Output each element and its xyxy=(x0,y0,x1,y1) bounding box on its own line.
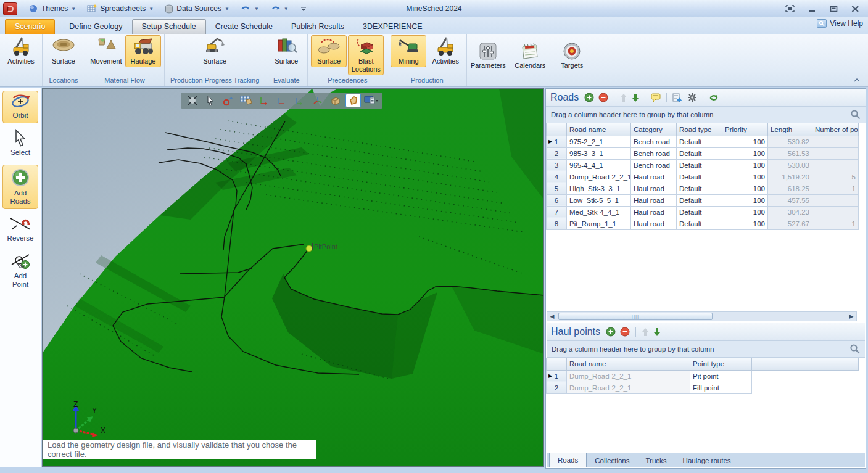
tab-trucks[interactable]: Trucks xyxy=(638,453,675,467)
remove-haul-point-button[interactable] xyxy=(620,327,630,337)
add-road-button[interactable] xyxy=(584,93,594,102)
restore-button[interactable] xyxy=(830,6,838,12)
surface-progress-button[interactable]: Surface xyxy=(197,35,233,67)
select-zoom-icon[interactable] xyxy=(202,94,218,107)
haul-points-search-icon[interactable] xyxy=(849,343,860,355)
tab-roads[interactable]: Roads xyxy=(549,453,587,467)
col-road-type[interactable]: Road type xyxy=(677,123,722,136)
add-point-tool[interactable]: Add Point xyxy=(2,249,38,292)
move-down-button[interactable] xyxy=(632,93,639,102)
table-row[interactable]: 5 High_Stk-3_3_1Haul roadDefault100618.2… xyxy=(547,183,859,194)
settings-button[interactable] xyxy=(687,93,697,102)
data-sources-menu[interactable]: Data Sources▼ xyxy=(159,2,235,15)
pit-point-label: PitPoint xyxy=(312,243,337,250)
tab-collections[interactable]: Collections xyxy=(587,453,637,467)
table-row[interactable]: 2 985-3_3_1Bench roadDefault100561.53 xyxy=(547,147,859,159)
col-number-of-points[interactable]: Number of points xyxy=(812,123,859,136)
undo-button[interactable]: ▼ xyxy=(235,2,265,15)
surface-locations-button[interactable]: Surface xyxy=(46,35,81,67)
table-row[interactable]: 8 Pit_Ramp_1_1Haul roadDefault100527.671 xyxy=(547,218,859,229)
solid-box-icon[interactable] xyxy=(328,94,343,107)
blast-locations-button[interactable]: Blast Locations xyxy=(348,35,384,75)
add-haul-point-button[interactable] xyxy=(606,327,616,337)
ribbon-group-production: Mining Activities Production xyxy=(387,34,467,86)
col-priority[interactable]: Priority xyxy=(722,123,768,136)
tab-publish-results[interactable]: Publish Results xyxy=(282,20,353,34)
export-button[interactable] xyxy=(672,93,683,102)
refresh-button[interactable] xyxy=(709,93,719,102)
col-hp-road-name[interactable]: Road name xyxy=(567,358,690,370)
tab-create-schedule[interactable]: Create Schedule xyxy=(206,20,282,34)
move-up-button[interactable] xyxy=(620,93,627,102)
haulage-button[interactable]: Haulage xyxy=(125,35,161,67)
parameters-button[interactable]: Parameters xyxy=(470,41,506,72)
view-front-icon[interactable] xyxy=(256,94,271,107)
spreadsheets-label: Spreadsheets xyxy=(100,4,146,13)
mining-button[interactable]: Mining xyxy=(391,35,426,67)
haul-move-down-button[interactable] xyxy=(653,327,661,337)
select-tool[interactable]: Select xyxy=(2,127,38,160)
haul-points-header: Haul points xyxy=(547,323,865,341)
table-row[interactable]: ▶1 Dump_Road-2_2_1 Pit point xyxy=(547,370,859,382)
point-flag-icon[interactable] xyxy=(220,94,236,107)
scroll-left-icon[interactable]: ◀ xyxy=(547,312,557,321)
redo-button[interactable]: ▼ xyxy=(265,2,294,15)
view-back-icon[interactable] xyxy=(274,94,289,107)
tab-3dexperience[interactable]: 3DEXPERIENCE xyxy=(353,20,432,34)
table-row[interactable]: 2 Dump_Road-2_2_1 Fill point xyxy=(547,382,859,393)
table-row[interactable]: 3 965-4_4_1Bench roadDefault100530.03 xyxy=(547,159,859,171)
add-roads-tool[interactable]: Add Roads xyxy=(2,165,38,210)
activities-button[interactable]: Activities xyxy=(3,35,39,67)
calendars-button[interactable]: Calendars xyxy=(512,41,548,72)
toolbar-options-button[interactable] xyxy=(294,3,313,14)
reverse-tool[interactable]: Reverse xyxy=(2,214,38,245)
app-menu-button[interactable] xyxy=(3,2,17,15)
haul-points-groupby-bar[interactable]: Drag a column header here to group by th… xyxy=(547,341,865,358)
scroll-right-icon[interactable]: ▶ xyxy=(846,312,856,321)
col-category[interactable]: Category xyxy=(631,123,677,136)
targets-button[interactable]: Targets xyxy=(554,41,590,72)
col-road-name[interactable]: Road name xyxy=(567,123,631,136)
movement-button[interactable]: Movement xyxy=(88,35,124,67)
activities-production-button[interactable]: Activities xyxy=(428,35,463,67)
display-settings-icon[interactable] xyxy=(363,94,379,107)
remove-road-button[interactable] xyxy=(598,93,608,102)
minimize-button[interactable] xyxy=(808,6,816,12)
table-row[interactable]: 7 Med_Stk-4_4_1Haul roadDefault100304.23 xyxy=(547,206,859,218)
ribbon-collapse-icon[interactable] xyxy=(853,78,861,83)
haul-points-title: Haul points xyxy=(551,326,600,337)
viewport-toolbar xyxy=(181,93,382,109)
themes-menu[interactable]: Themes▼ xyxy=(23,2,81,15)
grid-box-icon[interactable] xyxy=(238,94,254,107)
col-length[interactable]: Length xyxy=(768,123,812,136)
roads-search-icon[interactable] xyxy=(850,109,861,121)
view-top-icon[interactable] xyxy=(292,94,307,107)
view-iso-icon[interactable] xyxy=(310,94,325,107)
haul-move-up-button[interactable] xyxy=(642,327,649,337)
viewport-3d[interactable]: PitPoint Z Y X Load the geometry design xyxy=(42,88,544,467)
table-row[interactable]: 4 Dump_Road-2_2_1Haul roadDefault1001,51… xyxy=(547,171,859,183)
view-help-button[interactable]: View Help xyxy=(817,19,863,28)
help-search-icon xyxy=(817,19,827,28)
zoom-extents-icon[interactable] xyxy=(184,94,200,107)
table-row[interactable]: 6 Low_Stk-5_5_1Haul roadDefault100457.55 xyxy=(547,194,859,206)
scrollbar-thumb[interactable]: |||| xyxy=(558,313,713,320)
col-point-type[interactable]: Point type xyxy=(690,358,752,370)
close-button[interactable] xyxy=(851,6,859,12)
roads-horizontal-scrollbar[interactable]: ◀ |||| ▶ xyxy=(547,311,857,321)
fullscreen-button[interactable] xyxy=(785,5,795,12)
spreadsheets-menu[interactable]: Spreadsheets▼ xyxy=(81,2,159,15)
clip-box-icon[interactable] xyxy=(345,94,361,107)
add-roads-icon xyxy=(9,167,31,188)
roads-groupby-bar[interactable]: Drag a column header here to group by th… xyxy=(546,107,866,123)
table-row[interactable]: ▶1 975-2_2_1Bench roadDefault100530.82 xyxy=(547,136,859,147)
surface-precedences-button[interactable]: Surface xyxy=(311,35,347,67)
tab-setup-schedule[interactable]: Setup Schedule xyxy=(132,19,206,34)
tab-define-geology[interactable]: Define Geology xyxy=(60,20,131,34)
tab-scenario[interactable]: Scenario xyxy=(5,19,55,34)
surface-evaluate-button[interactable]: Surface xyxy=(268,35,304,67)
tab-haulage-routes[interactable]: Haulage routes xyxy=(675,453,739,467)
title-bar: Themes▼ Spreadsheets▼ Data Sources▼ ▼ ▼ … xyxy=(0,0,868,17)
comment-button[interactable] xyxy=(651,93,661,102)
orbit-tool[interactable]: Orbit xyxy=(2,91,38,123)
